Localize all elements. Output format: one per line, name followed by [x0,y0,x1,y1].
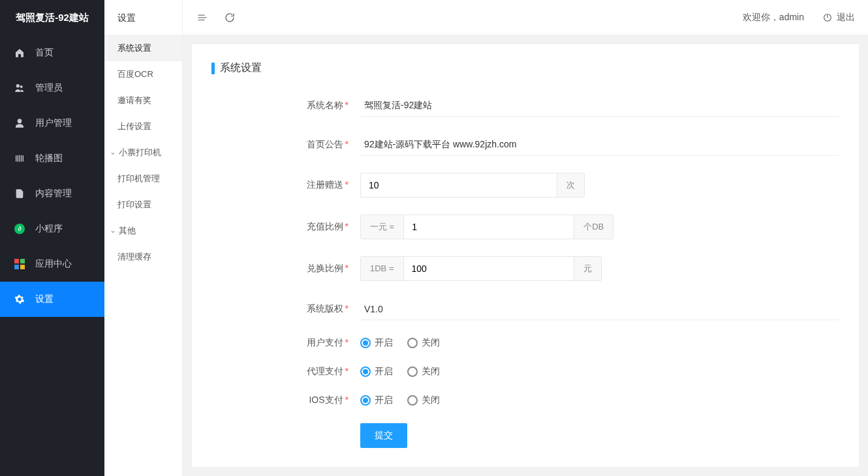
topbar: 欢迎你，admin 退出 [183,0,868,35]
submenu-clear-cache[interactable]: 清理缓存 [104,244,182,270]
menu-toggle-icon[interactable] [196,11,209,24]
nav-settings[interactable]: 设置 [0,282,104,317]
nav-home[interactable]: 首页 [0,35,104,70]
submenu-printer-group[interactable]: 小票打印机 [104,140,182,166]
input-sys-name[interactable] [360,95,839,117]
home-icon [12,48,27,58]
nav-home-label: 首页 [35,47,54,59]
submenu-print-settings[interactable]: 打印设置 [104,192,182,218]
label-agent-pay: 代理支付* [290,366,349,378]
settings-form: 系统名称* 首页公告* 注册赠送* 次 [290,95,839,448]
nav-settings-label: 设置 [35,293,54,305]
label-exchange-ratio: 兑换比例* [290,263,349,275]
nav-carousel[interactable]: 轮播图 [0,141,104,176]
user-icon [12,118,27,128]
brand-title: 驾照复活-92建站 [0,0,104,35]
radio-ios-pay-off[interactable]: 关闭 [407,394,440,406]
addon-one-db: 1DB = [361,257,404,280]
submenu-invite[interactable]: 邀请有奖 [104,87,182,113]
document-icon [12,188,27,199]
radio-agent-pay-off[interactable]: 关闭 [407,366,440,378]
input-home-notice[interactable] [360,134,839,156]
label-sys-name: 系统名称* [290,100,349,112]
nav-miniapp-label: 小程序 [35,223,63,235]
welcome-text: 欢迎你，admin [743,12,804,23]
label-user-pay: 用户支付* [290,337,349,349]
nav-admin[interactable]: 管理员 [0,70,104,106]
radio-agent-pay-on[interactable]: 开启 [360,366,393,378]
addon-times: 次 [557,173,584,197]
label-home-notice: 首页公告* [290,139,349,151]
input-recharge-ratio[interactable] [404,215,574,239]
welcome-user: admin [779,12,804,22]
addon-db: 个DB [574,215,613,239]
panel-title: 系统设置 [211,61,839,75]
radio-ios-pay-on[interactable]: 开启 [360,394,393,406]
input-copyright[interactable] [360,298,839,320]
logout-button[interactable]: 退出 [822,12,855,23]
input-register-gift[interactable] [361,173,557,197]
welcome-prefix: 欢迎你， [743,12,779,22]
main-area: 欢迎你，admin 退出 系统设置 系统名称* 首页公告* 注册赠送* [183,0,868,476]
miniapp-icon [12,224,27,234]
users-icon [12,83,27,93]
nav-carousel-label: 轮播图 [35,153,63,164]
label-copyright: 系统版权* [290,303,349,315]
nav-admin-label: 管理员 [35,82,63,94]
nav-content-label: 内容管理 [35,188,72,200]
addon-one-yuan: 一元 = [361,215,404,239]
submenu-system[interactable]: 系统设置 [104,35,182,61]
nav-appcenter-label: 应用中心 [35,258,72,270]
input-exchange-ratio[interactable] [404,257,574,280]
nav-users-label: 用户管理 [35,117,72,129]
nav-content[interactable]: 内容管理 [0,176,104,211]
label-ios-pay: IOS支付* [290,394,349,406]
addon-yuan: 元 [574,257,601,280]
nav-miniapp[interactable]: 小程序 [0,211,104,246]
image-icon [12,153,27,164]
label-register-gift: 注册赠送* [290,179,349,191]
refresh-icon[interactable] [223,11,236,24]
gear-icon [12,294,27,305]
label-recharge-ratio: 充值比例* [290,221,349,233]
radio-user-pay-on[interactable]: 开启 [360,337,393,349]
submenu-printer-mgmt[interactable]: 打印机管理 [104,166,182,192]
submit-button[interactable]: 提交 [360,423,407,448]
settings-submenu: 设置 系统设置 百度OCR 邀请有奖 上传设置 小票打印机 打印机管理 打印设置… [104,0,183,476]
submenu-ocr[interactable]: 百度OCR [104,61,182,87]
content-panel: 系统设置 系统名称* 首页公告* 注册赠送* 次 [192,44,859,467]
logout-label: 退出 [837,12,855,23]
submenu-title: 设置 [104,0,182,35]
radio-user-pay-off[interactable]: 关闭 [407,337,440,349]
submenu-upload[interactable]: 上传设置 [104,113,182,140]
submenu-other-group[interactable]: 其他 [104,218,182,244]
nav-appcenter[interactable]: 应用中心 [0,246,104,282]
nav-users[interactable]: 用户管理 [0,106,104,141]
main-sidebar: 驾照复活-92建站 首页 管理员 用户管理 轮播图 [0,0,104,476]
apps-icon [12,259,27,269]
